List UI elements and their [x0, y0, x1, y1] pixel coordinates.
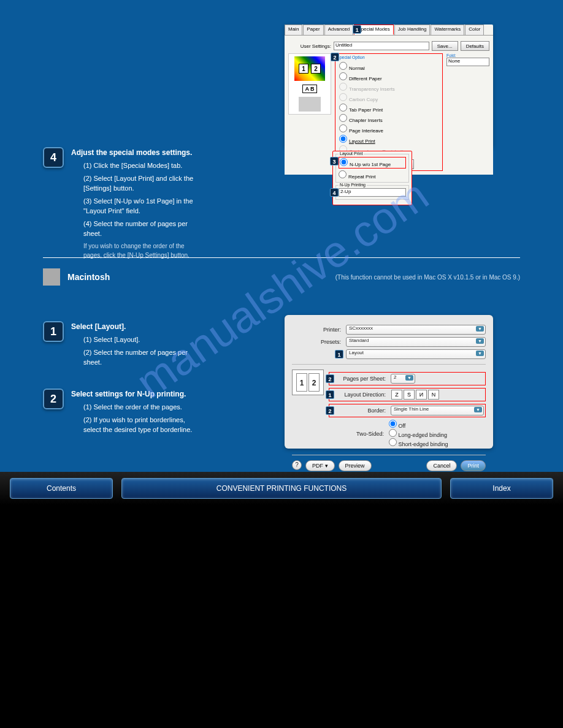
mac-dir-4[interactable]: N	[428, 390, 439, 400]
mac-presets-label: Presets:	[292, 339, 341, 345]
fold-legend: Fold:	[446, 53, 489, 58]
radio-chapter[interactable]: Chapter Inserts	[339, 114, 439, 123]
nup-select[interactable]: 2-Up	[339, 188, 406, 197]
win-preview-panel: 1 2 A B	[288, 53, 331, 115]
mac-radio-long[interactable]: Long-edged binding	[389, 432, 447, 438]
footer-index-button[interactable]: Index	[450, 478, 553, 499]
mac-step1-sub2: (2) Select the number of pages per sheet…	[83, 347, 202, 368]
footer-contents-button[interactable]: Contents	[10, 478, 113, 499]
step4-title: Adjust the special modes settings.	[71, 147, 202, 158]
step-badge-2: 2	[43, 389, 64, 409]
mac-dir-2[interactable]: S	[404, 390, 415, 400]
layout-print-legend: Layout Print	[339, 151, 364, 156]
mac-border-select[interactable]: Single Thin Line	[391, 406, 484, 415]
win-tab-paper[interactable]: Paper	[303, 25, 323, 35]
save-button[interactable]: Save...	[432, 41, 458, 51]
mac-radio-off[interactable]: Off	[389, 423, 405, 429]
mac-cancel-button[interactable]: Cancel	[426, 460, 457, 471]
mac-dir-3[interactable]: И	[416, 390, 427, 400]
radio-nup-wo-1st[interactable]: N-Up w/o 1st Page	[339, 157, 406, 169]
mac-print-button[interactable]: Print	[461, 460, 486, 471]
radio-interleave[interactable]: Page Interleave	[339, 124, 439, 134]
radio-normal[interactable]: Normal	[339, 62, 439, 71]
mac-step2-sub1: (1) Select the order of the pages.	[83, 402, 202, 412]
fold-select[interactable]: None	[446, 58, 489, 66]
radio-transparency: Transparency Inserts	[339, 83, 439, 92]
mac-step1-title: Select [Layout].	[71, 321, 202, 332]
mac-radio-short[interactable]: Short-edged binding	[389, 441, 448, 447]
section-divider	[43, 257, 520, 258]
special-option-legend: Special Option	[337, 55, 441, 59]
win-tabs: Main Paper Advanced 1 Special Modes Job …	[285, 25, 493, 36]
footer-middle-button[interactable]: CONVENIENT PRINTING FUNCTIONS	[121, 478, 442, 499]
step-badge-1: 1	[43, 321, 64, 342]
footer: Contents CONVENIENT PRINTING FUNCTIONS I…	[0, 472, 563, 505]
mac-printer-label: Printer:	[292, 327, 341, 333]
mac-preview-icon: 1 2	[292, 370, 324, 395]
windows-dialog-screenshot: Main Paper Advanced 1 Special Modes Job …	[285, 25, 493, 147]
step4-sub4: (4) Select the number of pages per sheet…	[83, 219, 202, 239]
mac-help-button[interactable]: ?	[292, 460, 302, 470]
mac-preview-button[interactable]: Preview	[339, 460, 372, 471]
win-tab-color[interactable]: Color	[465, 25, 484, 35]
radio-repeat[interactable]: Repeat Print	[339, 170, 406, 180]
mac-border-label: Border:	[331, 408, 386, 414]
mac-twosided-label: Two-Sided:	[329, 431, 384, 437]
radio-different[interactable]: Different Paper	[339, 72, 439, 82]
preview-ab-label: A B	[302, 85, 316, 93]
win-tab-job[interactable]: Job Handling	[394, 25, 431, 35]
mac-heading: Macintosh	[67, 272, 110, 282]
step4-sub2: (2) Select [Layout Print] and click the …	[83, 173, 202, 194]
radio-tab[interactable]: Tab Paper Print	[339, 104, 439, 113]
step4-sub3: (3) Select [N-Up w/o 1st Page] in the "L…	[83, 196, 202, 216]
mac-dir-1[interactable]: Z	[391, 390, 402, 400]
mac-pages-select[interactable]: 2	[391, 374, 415, 384]
layout-print-popup: 3 Layout Print N-Up w/o 1st Page Repeat …	[332, 151, 412, 205]
printer-icon	[299, 97, 321, 112]
defaults-button[interactable]: Defaults	[461, 41, 489, 51]
win-tab-wm[interactable]: Watermarks	[431, 25, 464, 35]
win-tab-adv[interactable]: Advanced	[324, 25, 354, 35]
mac-note: (This function cannot be used in Mac OS …	[335, 274, 520, 281]
radio-carbon: Carbon Copy	[339, 93, 439, 102]
preview-12-icon: 1 2	[294, 56, 325, 81]
mac-step1-sub1: (1) Select [Layout].	[83, 335, 202, 345]
step-badge-4: 4	[43, 147, 64, 168]
user-settings-label: User Settings:	[288, 44, 331, 49]
mac-section-select[interactable]: Layout	[346, 349, 486, 359]
mac-pdf-button[interactable]: PDF ▾	[305, 460, 335, 471]
user-settings-select[interactable]: Untitled	[334, 42, 429, 50]
nup-printing-legend: N-Up Printing	[339, 183, 367, 187]
mac-presets-select[interactable]: Standard	[346, 337, 486, 347]
mac-step2-sub2: (2) If you wish to print borderlines, se…	[83, 415, 202, 435]
radio-layout[interactable]: Layout Print	[339, 135, 439, 144]
mac-dialog-screenshot: Printer: SCxxxxxxx Presets: Standard 1 L…	[285, 315, 493, 449]
step4-sub1: (1) Click the [Special Modes] tab.	[83, 161, 202, 171]
mac-direction-label: Layout Direction:	[331, 392, 386, 398]
win-tab-main[interactable]: Main	[285, 25, 302, 35]
mac-printer-select[interactable]: SCxxxxxxx	[346, 325, 486, 335]
mac-section-icon	[43, 268, 60, 286]
mac-step2-title: Select settings for N-Up printing.	[71, 389, 202, 400]
step4-hint: If you wish to change the order of the p…	[83, 241, 202, 260]
mac-pages-label: Pages per Sheet:	[331, 376, 386, 382]
